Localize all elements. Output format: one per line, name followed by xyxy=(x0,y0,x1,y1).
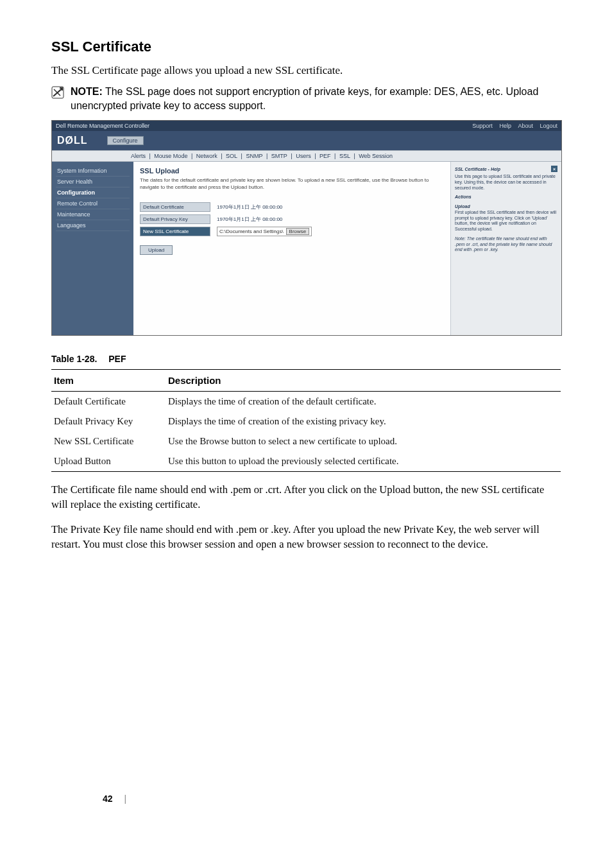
certificate-file-input[interactable]: C:\Documents and Settings\ Browse xyxy=(217,227,312,236)
window-title: Dell Remote Management Controller xyxy=(56,123,149,129)
tab-ssl[interactable]: SSL xyxy=(339,153,350,159)
table-cell-desc: Displays the time of creation of the def… xyxy=(166,392,561,412)
note-text: NOTE: The SSL page does not support encr… xyxy=(71,85,561,112)
help-upload-text: First upload the SSL certificate and the… xyxy=(455,210,556,231)
sidebar: System Information Server Health Configu… xyxy=(52,162,133,335)
table-row: Upload Button Use this button to upload … xyxy=(51,451,561,472)
top-link-help[interactable]: Help xyxy=(499,123,511,129)
tab-web-session[interactable]: Web Session xyxy=(359,153,393,159)
brand-logo: DØLL xyxy=(57,135,88,146)
help-panel: SSL Certificate - Help × Use this page t… xyxy=(450,162,561,335)
body-paragraph-2: The Private Key file name should end wit… xyxy=(51,522,561,551)
help-note: Note: The certificate file name should e… xyxy=(455,236,557,253)
table-cell-desc: Displays the time of creation of the exi… xyxy=(166,412,561,431)
default-certificate-label: Default Certificate xyxy=(140,202,210,212)
upload-button[interactable]: Upload xyxy=(140,245,173,255)
note-icon xyxy=(51,86,64,101)
main-panel: SSL Upload The dates for the default cer… xyxy=(133,162,450,335)
default-certificate-value: 1970年1月1日 上午 08:00:00 xyxy=(217,204,282,211)
help-title: SSL Certificate - Help xyxy=(455,167,500,171)
sidebar-item-maintenance[interactable]: Maintenance xyxy=(56,209,130,220)
sidebar-item-configuration[interactable]: Configuration xyxy=(56,187,130,198)
certificate-file-path: C:\Documents and Settings\ xyxy=(219,229,284,234)
table-row: Default Privacy Key Displays the time of… xyxy=(51,412,561,431)
configure-button[interactable]: Configure xyxy=(107,136,144,145)
body-paragraph-1: The Certificate file name should end wit… xyxy=(51,482,561,512)
tab-alerts[interactable]: Alerts xyxy=(131,153,146,159)
table-cell-item: Default Certificate xyxy=(51,392,166,412)
new-ssl-certificate-label: New SSL Certificate xyxy=(140,227,210,236)
tab-sol[interactable]: SOL xyxy=(226,153,237,159)
default-privacy-key-label: Default Privacy Key xyxy=(140,214,210,224)
ssl-upload-heading: SSL Upload xyxy=(140,167,444,175)
sidebar-item-server-health[interactable]: Server Health xyxy=(56,177,130,187)
sidebar-item-system-information[interactable]: System Information xyxy=(56,166,130,177)
pef-table: Item Description Default Certificate Dis… xyxy=(51,369,561,472)
note-body: The SSL page does not support encryption… xyxy=(71,86,538,111)
help-upload-subheading: Upload xyxy=(455,204,470,209)
table-header-item: Item xyxy=(51,370,166,392)
screenshot: Dell Remote Management Controller Suppor… xyxy=(51,120,562,336)
top-link-support[interactable]: Support xyxy=(472,123,493,129)
sub-tabs: Alerts | Mouse Mode | Network | SOL | SN… xyxy=(52,150,561,162)
sidebar-item-remote-control[interactable]: Remote Control xyxy=(56,198,130,209)
browse-button[interactable]: Browse xyxy=(286,228,310,235)
top-link-logout[interactable]: Logout xyxy=(540,123,557,129)
table-cell-item: Upload Button xyxy=(51,451,166,472)
ssl-upload-description: The dates for the default certificate an… xyxy=(140,177,444,191)
table-cell-desc: Use this button to upload the previously… xyxy=(166,451,561,472)
top-link-about[interactable]: About xyxy=(518,123,533,129)
close-icon[interactable]: × xyxy=(551,166,557,172)
tab-snmp[interactable]: SNMP xyxy=(246,153,262,159)
table-number: Table 1-28. xyxy=(51,354,97,364)
table-row: Default Certificate Displays the time of… xyxy=(51,392,561,412)
tab-mouse-mode[interactable]: Mouse Mode xyxy=(154,153,187,159)
table-caption: Table 1-28. PEF xyxy=(51,354,561,364)
default-privacy-key-value: 1970年1月1日 上午 08:00:00 xyxy=(217,216,282,223)
page-title: SSL Certificate xyxy=(51,39,561,55)
table-header-description: Description xyxy=(166,370,561,392)
sidebar-item-languages[interactable]: Languages xyxy=(56,220,130,231)
help-actions-heading: Actions xyxy=(455,195,557,200)
table-title: PEF xyxy=(108,354,126,364)
table-cell-item: Default Privacy Key xyxy=(51,412,166,431)
tab-users[interactable]: Users xyxy=(296,153,311,159)
help-intro: Use this page to upload SSL certificate … xyxy=(455,174,557,191)
tab-pef[interactable]: PEF xyxy=(319,153,331,159)
table-row: New SSL Certificate Use the Browse butto… xyxy=(51,431,561,451)
table-cell-item: New SSL Certificate xyxy=(51,431,166,451)
tab-network[interactable]: Network xyxy=(196,153,217,159)
tab-smtp[interactable]: SMTP xyxy=(271,153,287,159)
table-cell-desc: Use the Browse button to select a new ce… xyxy=(166,431,561,451)
note-label: NOTE: xyxy=(71,86,103,97)
intro-text: The SSL Certificate page allows you uplo… xyxy=(51,64,561,77)
page-number: 42| xyxy=(103,794,126,804)
